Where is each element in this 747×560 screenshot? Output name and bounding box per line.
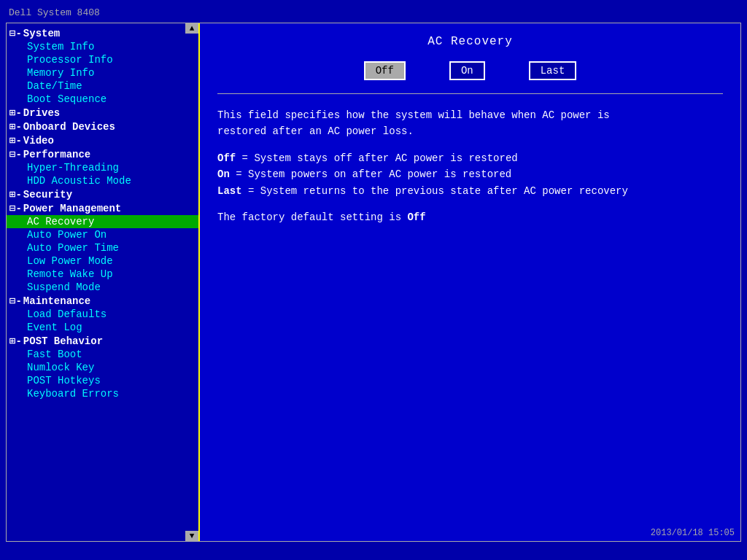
divider — [217, 93, 723, 94]
option-descriptions: Off = System stays off after AC power is… — [217, 150, 723, 199]
title-bar: Dell System 8408 — [6, 6, 741, 20]
sidebar-label-security: Security — [23, 189, 72, 201]
sidebar-item-security[interactable]: ⊞-Security — [7, 187, 198, 201]
sidebar-item-post-hotkeys[interactable]: POST Hotkeys — [7, 374, 198, 387]
sidebar-items-container: ⊟-SystemSystem InfoProcessor InfoMemory … — [7, 26, 198, 400]
sidebar-label-ac-recovery: AC Recovery — [27, 216, 94, 228]
content-title: AC Recovery — [217, 35, 723, 48]
sidebar-item-remote-wake-up[interactable]: Remote Wake Up — [7, 268, 198, 281]
sidebar-label-date-time: Date/Time — [27, 80, 82, 92]
sidebar-prefix-video: ⊞- — [9, 134, 22, 147]
sidebar-item-memory-info[interactable]: Memory Info — [7, 66, 198, 79]
sidebar-label-onboard-devices: Onboard Devices — [23, 121, 115, 133]
sidebar: ▲ ⊟-SystemSystem InfoProcessor InfoMemor… — [7, 23, 200, 541]
sidebar-label-power-management: Power Management — [23, 203, 121, 214]
sidebar-label-system: System — [23, 28, 60, 39]
sidebar-item-video[interactable]: ⊞-Video — [7, 133, 198, 147]
sidebar-item-post-behavior[interactable]: ⊞-POST Behavior — [7, 334, 198, 348]
sidebar-label-system-info: System Info — [27, 41, 94, 52]
option-on-button[interactable]: On — [449, 61, 485, 80]
sidebar-item-numlock-key[interactable]: Numlock Key — [7, 361, 198, 374]
sidebar-item-event-log[interactable]: Event Log — [7, 321, 198, 334]
factory-default: The factory default setting is Off — [217, 209, 723, 225]
sidebar-item-auto-power-time[interactable]: Auto Power Time — [7, 241, 198, 254]
sidebar-label-auto-power-on: Auto Power On — [27, 229, 107, 241]
sidebar-prefix-power-management: ⊟- — [9, 202, 22, 214]
on-label: On — [217, 168, 230, 180]
description-panel: This field specifies how the system will… — [217, 107, 723, 225]
sidebar-label-hyper-threading: Hyper-Threading — [27, 162, 119, 174]
sidebar-label-load-defaults: Load Defaults — [27, 308, 107, 320]
sidebar-item-system-info[interactable]: System Info — [7, 40, 198, 53]
main-container: ▲ ⊟-SystemSystem InfoProcessor InfoMemor… — [6, 23, 741, 542]
sidebar-item-keyboard-errors[interactable]: Keyboard Errors — [7, 387, 198, 400]
bios-screen: Dell System 8408 ▲ ⊟-SystemSystem InfoPr… — [0, 0, 747, 560]
last-label: Last — [217, 185, 242, 197]
sidebar-item-load-defaults[interactable]: Load Defaults — [7, 308, 198, 321]
sidebar-label-fast-boot: Fast Boot — [27, 349, 82, 360]
sidebar-prefix-post-behavior: ⊞- — [9, 335, 22, 347]
off-label: Off — [217, 152, 236, 164]
sidebar-label-event-log: Event Log — [27, 322, 82, 333]
sidebar-item-system[interactable]: ⊟-System — [7, 26, 198, 40]
sidebar-item-processor-info[interactable]: Processor Info — [7, 53, 198, 66]
options-row: Off On Last — [217, 61, 723, 80]
content-panel: AC Recovery Off On Last This field speci… — [200, 23, 740, 541]
sidebar-label-performance: Performance — [23, 149, 90, 160]
sidebar-label-numlock-key: Numlock Key — [27, 362, 94, 373]
sidebar-label-post-hotkeys: POST Hotkeys — [27, 375, 101, 386]
factory-default-value: Off — [407, 211, 425, 223]
sidebar-prefix-maintenance: ⊟- — [9, 295, 22, 307]
status-bar: 2013/01/18 15:05 — [651, 528, 735, 538]
sidebar-prefix-security: ⊞- — [9, 188, 22, 201]
sidebar-label-auto-power-time: Auto Power Time — [27, 242, 119, 254]
sidebar-label-keyboard-errors: Keyboard Errors — [27, 388, 119, 400]
option-off-button[interactable]: Off — [364, 61, 406, 80]
sidebar-item-hyper-threading[interactable]: Hyper-Threading — [7, 161, 198, 174]
sidebar-label-maintenance: Maintenance — [23, 295, 90, 307]
sidebar-item-low-power-mode[interactable]: Low Power Mode — [7, 254, 198, 268]
sidebar-item-fast-boot[interactable]: Fast Boot — [7, 348, 198, 361]
sidebar-label-drives: Drives — [23, 107, 60, 119]
sidebar-item-auto-power-on[interactable]: Auto Power On — [7, 228, 198, 241]
scroll-up-button[interactable]: ▲ — [185, 23, 198, 34]
sidebar-item-power-management[interactable]: ⊟-Power Management — [7, 201, 198, 215]
option-last-button[interactable]: Last — [529, 61, 577, 80]
sidebar-label-suspend-mode: Suspend Mode — [27, 281, 101, 293]
sidebar-label-hdd-acoustic-mode: HDD Acoustic Mode — [27, 175, 131, 187]
sidebar-prefix-system: ⊟- — [9, 27, 22, 39]
sidebar-item-date-time[interactable]: Date/Time — [7, 79, 198, 93]
sidebar-label-remote-wake-up: Remote Wake Up — [27, 268, 113, 280]
sidebar-item-maintenance[interactable]: ⊟-Maintenance — [7, 294, 198, 308]
sidebar-label-memory-info: Memory Info — [27, 67, 94, 79]
sidebar-prefix-performance: ⊟- — [9, 148, 22, 160]
sidebar-label-video: Video — [23, 135, 54, 147]
sidebar-item-performance[interactable]: ⊟-Performance — [7, 147, 198, 161]
sidebar-label-processor-info: Processor Info — [27, 54, 113, 66]
sidebar-label-low-power-mode: Low Power Mode — [27, 255, 113, 267]
sidebar-prefix-drives: ⊞- — [9, 106, 22, 119]
sidebar-label-post-behavior: POST Behavior — [23, 335, 103, 347]
scroll-down-button[interactable]: ▼ — [185, 531, 198, 541]
sidebar-item-drives[interactable]: ⊞-Drives — [7, 106, 198, 120]
sidebar-item-suspend-mode[interactable]: Suspend Mode — [7, 281, 198, 294]
sidebar-item-ac-recovery[interactable]: AC Recovery — [7, 215, 198, 228]
sidebar-item-boot-sequence[interactable]: Boot Sequence — [7, 93, 198, 106]
sidebar-item-hdd-acoustic-mode[interactable]: HDD Acoustic Mode — [7, 174, 198, 187]
sidebar-item-onboard-devices[interactable]: ⊞-Onboard Devices — [7, 120, 198, 133]
description-intro: This field specifies how the system will… — [217, 107, 723, 140]
window-title: Dell System 8408 — [9, 7, 100, 18]
sidebar-label-boot-sequence: Boot Sequence — [27, 93, 107, 105]
sidebar-prefix-onboard-devices: ⊞- — [9, 120, 22, 133]
